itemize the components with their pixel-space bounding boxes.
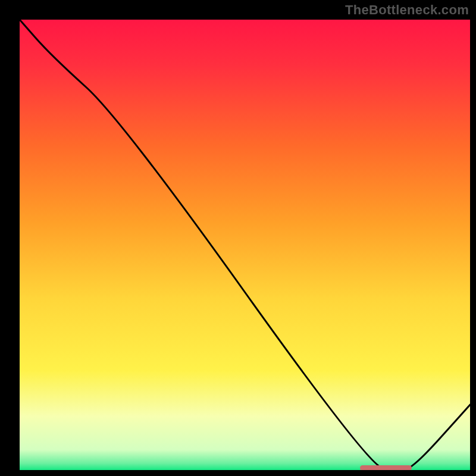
chart-frame: TheBottleneck.com bbox=[0, 0, 476, 476]
plot-area bbox=[20, 20, 470, 470]
gradient-background bbox=[20, 20, 470, 470]
optimal-range-marker bbox=[360, 465, 412, 470]
attribution-text: TheBottleneck.com bbox=[345, 2, 469, 18]
svg-rect-0 bbox=[20, 20, 470, 470]
